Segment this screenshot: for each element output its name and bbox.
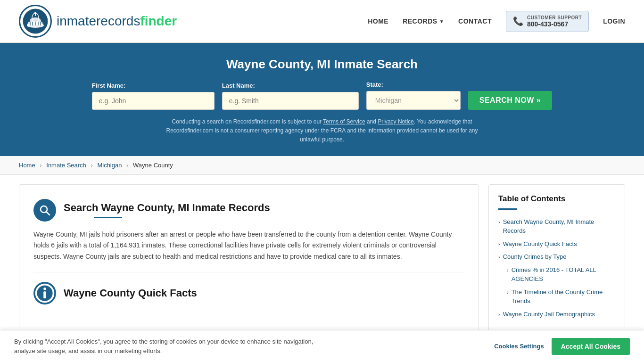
search-form: First Name: Last Name: State: Michigan A…	[19, 81, 625, 110]
quick-facts-preview: Wayne County Quick Facts	[33, 272, 464, 304]
last-name-input[interactable]	[222, 92, 359, 110]
toc-link-6[interactable]: › Wayne County Jail Demographics	[498, 310, 615, 319]
svg-rect-12	[40, 22, 41, 25]
toc-title: Table of Contents	[498, 194, 615, 204]
chevron-right-icon-4: ›	[507, 266, 509, 274]
toc-sidebar: Table of Contents › Search Wayne County,…	[488, 184, 625, 333]
svg-rect-17	[43, 291, 46, 298]
search-icon	[39, 204, 51, 216]
search-button[interactable]: SEARCH NOW »	[468, 91, 552, 110]
chevron-right-icon-1: ›	[498, 218, 500, 226]
toc-divider	[498, 208, 517, 210]
login-button[interactable]: LOGIN	[603, 17, 625, 25]
breadcrumb-inmate-search[interactable]: Inmate Search	[46, 162, 86, 169]
toc-link-2[interactable]: › Wayne County Quick Facts	[498, 239, 615, 249]
last-name-label: Last Name:	[222, 82, 359, 89]
breadcrumb-sep-1: ›	[40, 162, 41, 169]
toc-item-6: › Wayne County Jail Demographics	[498, 310, 615, 319]
toc-link-1[interactable]: › Search Wayne County, MI Inmate Records	[498, 217, 615, 236]
chevron-right-icon-5: ›	[507, 288, 509, 296]
content-article: Search Wayne County, MI Inmate Records W…	[19, 184, 479, 333]
toc-item-1: › Search Wayne County, MI Inmate Records	[498, 217, 615, 236]
section-1-header: Search Wayne County, MI Inmate Records	[33, 199, 464, 222]
support-info: CUSTOMER SUPPORT 800-433-0567	[527, 15, 582, 28]
info-icon	[33, 282, 56, 304]
breadcrumb-michigan[interactable]: Michigan	[97, 162, 122, 169]
svg-rect-8	[30, 22, 31, 25]
chevron-right-icon-6: ›	[498, 311, 500, 319]
breadcrumb-sep-3: ›	[126, 162, 128, 169]
toc-list: › Search Wayne County, MI Inmate Records…	[498, 217, 615, 319]
cookie-text: By clicking "Accept All Cookies", you ag…	[14, 337, 335, 342]
logo-text: inmaterecordsfinder	[57, 14, 177, 29]
logo-icon	[19, 5, 52, 38]
privacy-link[interactable]: Privacy Notice	[378, 118, 414, 125]
phone-icon: 📞	[513, 16, 523, 26]
toc-link-4[interactable]: › Crimes % in 2016 - TOTAL ALL AGENCIES	[507, 265, 615, 284]
hero-title: Wayne County, MI Inmate Search	[19, 57, 625, 72]
breadcrumb: Home › Inmate Search › Michigan › Wayne …	[0, 156, 644, 175]
search-hero: Wayne County, MI Inmate Search First Nam…	[0, 43, 644, 156]
disclaimer-text: Conducting a search on Recordsfinder.com…	[157, 117, 487, 145]
logo-area: inmaterecordsfinder	[19, 5, 177, 38]
section-1-title: Search Wayne County, MI Inmate Records	[64, 202, 270, 214]
svg-rect-9	[32, 22, 33, 25]
customer-support-box: 📞 CUSTOMER SUPPORT 800-433-0567	[506, 11, 589, 32]
last-name-group: Last Name:	[222, 82, 359, 110]
main-nav: HOME RECORDS ▼ CONTACT 📞 CUSTOMER SUPPOR…	[368, 11, 625, 32]
main-content: Search Wayne County, MI Inmate Records W…	[0, 175, 644, 342]
quick-facts-icon-circle	[33, 282, 56, 304]
first-name-label: First Name:	[92, 82, 215, 89]
toc-link-5[interactable]: › The Timeline of the County Crime Trend…	[507, 288, 615, 306]
chevron-down-icon: ▼	[439, 19, 444, 24]
section-1-underline	[94, 217, 122, 218]
state-label: State:	[366, 81, 461, 88]
svg-rect-10	[35, 22, 36, 25]
section-1-body: Wayne County, MI jails hold prisoners af…	[33, 229, 464, 263]
state-select[interactable]: Michigan Alabama Alaska California Flori…	[366, 91, 461, 110]
terms-link[interactable]: Terms of Service	[323, 118, 365, 125]
breadcrumb-current: Wayne County	[133, 162, 173, 169]
svg-rect-11	[38, 22, 39, 25]
first-name-input[interactable]	[92, 92, 215, 110]
svg-line-14	[46, 212, 50, 215]
accept-all-button[interactable]: Accept All Cookies	[552, 338, 630, 342]
section-1-title-area: Search Wayne County, MI Inmate Records	[64, 202, 270, 218]
breadcrumb-home[interactable]: Home	[19, 162, 35, 169]
first-name-group: First Name:	[92, 82, 215, 110]
site-header: inmaterecordsfinder HOME RECORDS ▼ CONTA…	[0, 0, 644, 43]
svg-point-7	[34, 12, 36, 14]
state-group: State: Michigan Alabama Alaska Californi…	[366, 81, 461, 110]
toc-item-2: › Wayne County Quick Facts	[498, 239, 615, 249]
toc-item-5: › The Timeline of the County Crime Trend…	[498, 288, 615, 306]
nav-records[interactable]: RECORDS ▼	[403, 17, 444, 25]
toc-link-3[interactable]: › County Crimes by Type	[498, 252, 615, 262]
search-icon-circle	[33, 199, 56, 222]
toc-item-3: › County Crimes by Type	[498, 252, 615, 262]
toc-item-4: › Crimes % in 2016 - TOTAL ALL AGENCIES	[498, 265, 615, 284]
cookie-actions: Cookies Settings Accept All Cookies	[494, 338, 630, 342]
svg-point-16	[43, 288, 46, 290]
nav-home[interactable]: HOME	[368, 17, 388, 25]
chevron-right-icon-2: ›	[498, 240, 500, 248]
quick-facts-title: Wayne County Quick Facts	[64, 287, 197, 299]
breadcrumb-sep-2: ›	[91, 162, 92, 169]
chevron-right-icon-3: ›	[498, 253, 500, 261]
cookie-banner: By clicking "Accept All Cookies", you ag…	[0, 330, 644, 342]
nav-contact[interactable]: CONTACT	[458, 17, 492, 25]
